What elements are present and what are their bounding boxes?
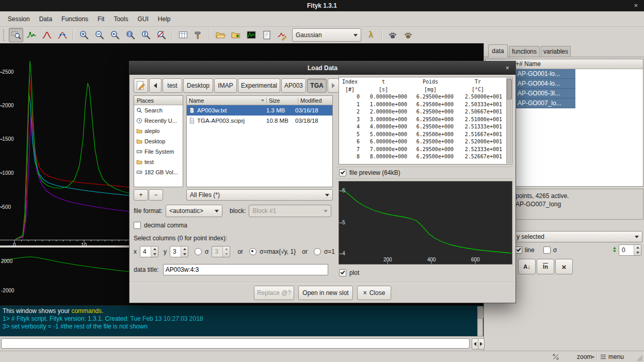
path-crumb-test[interactable]: test — [163, 78, 182, 93]
replace-button[interactable]: Replace @? — [254, 286, 294, 300]
open-file-button[interactable] — [213, 28, 228, 42]
define-function-button[interactable]: λ — [364, 28, 378, 42]
tab-data[interactable]: data — [488, 44, 508, 57]
spin-up-button[interactable] — [634, 245, 641, 250]
close-button[interactable]: ×Close — [357, 286, 391, 300]
file-filter-combo[interactable]: All Files (*) — [186, 189, 333, 201]
zoom-in-button[interactable] — [77, 28, 91, 42]
plot-checkbox[interactable] — [339, 269, 346, 276]
data-title-input[interactable] — [163, 264, 328, 275]
zoom-out-icon — [94, 30, 105, 40]
tab-variables[interactable]: variables — [541, 46, 571, 57]
menu-session[interactable]: Session — [3, 13, 35, 25]
sigma-max-radio[interactable] — [249, 248, 256, 255]
command-input[interactable] — [1, 338, 470, 349]
place-volume[interactable]: 182 GB Vol... — [134, 167, 183, 177]
apply-transform-button[interactable]: A↓ — [518, 259, 536, 274]
spin-down-button[interactable] — [223, 252, 230, 257]
add-place-button[interactable]: + — [134, 189, 148, 201]
spin-down-button[interactable] — [151, 252, 158, 257]
y-column-spinner[interactable]: 3 — [170, 246, 188, 257]
spin-up-button[interactable] — [181, 246, 188, 252]
settings-button[interactable] — [191, 28, 206, 42]
menu-fit[interactable]: Fit — [93, 13, 109, 25]
toolbar-grip[interactable] — [3, 29, 6, 41]
sigma-checkbox[interactable] — [543, 246, 551, 254]
path-back-button[interactable] — [149, 78, 162, 93]
data-range-mode-button[interactable] — [24, 28, 39, 42]
menu-functions[interactable]: Functions — [57, 13, 93, 25]
path-crumb-experimental[interactable]: Experimental — [238, 78, 280, 93]
path-crumb-imap[interactable]: IMAP — [214, 78, 237, 93]
place-home[interactable]: aleplo — [134, 126, 183, 136]
column-name[interactable]: Name — [187, 97, 267, 104]
path-crumb-ap003[interactable]: AP003 — [281, 78, 306, 93]
open-new-slot-button[interactable]: Open in new slot — [298, 286, 353, 300]
auto-add-button[interactable] — [385, 28, 400, 42]
file-format-combo[interactable]: <automatic> — [166, 205, 222, 217]
column-size[interactable]: Size — [267, 97, 298, 104]
preview-plot[interactable]: -6 -5 -4 200 400 600 — [339, 181, 512, 265]
decimal-comma-checkbox[interactable] — [134, 222, 141, 229]
point-size-spinner[interactable]: 0 — [619, 244, 641, 256]
console-scrollbar-thumb[interactable] — [478, 307, 484, 319]
window-close-button[interactable]: × — [634, 0, 638, 11]
history-forward-button[interactable] — [478, 338, 485, 350]
block-combo[interactable]: Block #1 — [249, 205, 331, 217]
auto-add-alt-button[interactable] — [401, 28, 415, 42]
zoom-all-button[interactable] — [123, 28, 138, 42]
zoom-mode-button[interactable] — [9, 28, 23, 42]
add-peak-mode-button[interactable] — [40, 28, 54, 42]
zoom-caret-icon[interactable] — [591, 356, 594, 358]
menu-data[interactable]: Data — [35, 13, 57, 25]
preview-scrollbar-thumb[interactable] — [507, 79, 512, 100]
sigma-column-spinner[interactable]: 3 — [212, 246, 230, 257]
file-row[interactable]: AP003w.txt 1.3 MB 03/16/18 — [187, 105, 332, 116]
remove-place-button[interactable]: − — [149, 189, 163, 201]
save-plot-button[interactable] — [244, 28, 259, 42]
place-recent[interactable]: Recently U... — [134, 116, 183, 126]
menu-gui[interactable]: GUI — [133, 13, 153, 25]
file-preview-checkbox[interactable] — [339, 169, 346, 176]
edit-data-button[interactable] — [275, 28, 289, 42]
sigma-one-radio[interactable] — [314, 248, 321, 255]
line-checkbox[interactable] — [515, 246, 522, 254]
place-test[interactable]: test — [134, 157, 183, 167]
spin-down-button[interactable] — [634, 250, 641, 255]
peak-width-mode-button[interactable] — [55, 28, 70, 42]
statusbar-menu[interactable]: menu — [608, 353, 624, 360]
path-crumb-tga[interactable]: TGA — [307, 78, 327, 93]
resize-grip-icon[interactable] — [637, 355, 643, 361]
path-forward-button[interactable] — [328, 78, 339, 93]
console-scrollbar[interactable] — [477, 306, 483, 336]
log-button[interactable] — [260, 28, 274, 42]
transform-data-button[interactable]: ln — [537, 259, 554, 274]
dialog-close-button[interactable]: × — [505, 61, 509, 75]
menu-help[interactable]: Help — [153, 13, 175, 25]
spin-up-button[interactable] — [151, 246, 158, 252]
file-row[interactable]: TGA-AP003.sciprj 10.8 MB 03/18/18 — [187, 116, 332, 126]
type-path-button[interactable] — [134, 78, 148, 93]
function-type-select[interactable]: Gaussian — [292, 28, 361, 42]
delete-dataset-button[interactable]: × — [555, 259, 573, 274]
export-data-button[interactable] — [229, 28, 243, 42]
preview-data-row: 66.00000e+0006.29500e+0002.52000e+001 — [340, 138, 506, 146]
spin-up-button[interactable] — [223, 246, 230, 252]
column-modified[interactable]: Modified — [298, 97, 322, 104]
preview-scrollbar[interactable] — [506, 78, 511, 163]
place-search[interactable]: Search — [134, 105, 183, 116]
x-column-spinner[interactable]: 4 — [140, 246, 158, 257]
place-filesystem[interactable]: File System — [134, 146, 183, 157]
path-crumb-desktop[interactable]: Desktop — [183, 78, 213, 93]
sigma-column-radio[interactable] — [195, 248, 202, 255]
place-desktop[interactable]: Desktop — [134, 136, 183, 146]
menu-tools[interactable]: Tools — [109, 13, 133, 25]
tab-functions[interactable]: functions — [509, 46, 540, 57]
zoom-out-button[interactable] — [92, 28, 107, 42]
zoom-vertical-button[interactable] — [139, 28, 153, 42]
statusbar-zoom[interactable]: zoom — [577, 353, 592, 360]
spin-down-button[interactable] — [181, 252, 188, 257]
data-table-button[interactable] — [176, 28, 190, 42]
zoom-previous-button[interactable] — [108, 28, 122, 42]
zoom-disable-button[interactable] — [154, 28, 169, 42]
